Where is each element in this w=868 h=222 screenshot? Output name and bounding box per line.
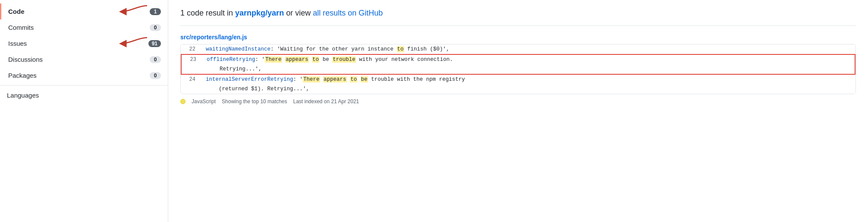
result-count-text: 1 code result in — [180, 9, 235, 17]
indexed-label: Last indexed on 21 Apr 2021 — [293, 98, 359, 105]
sidebar-item-discussions-badge: 0 — [150, 56, 161, 63]
showing-label: Showing the top 10 matches — [222, 98, 287, 105]
code-line-24: 24 internalServerErrorRetrying: 'There a… — [181, 75, 855, 84]
all-results-link[interactable]: all results on GitHub — [313, 9, 383, 17]
sidebar-footer: Languages — [0, 85, 168, 101]
sidebar-item-issues[interactable]: Issues 91 — [0, 35, 168, 51]
code-line-22: 22 waitingNamedInstance: 'Waiting for th… — [181, 44, 855, 54]
line-number-22: 22 — [181, 45, 201, 53]
code-line-23: 23 offlineRetrying: 'There appears to be… — [182, 55, 855, 64]
separator-text: or view — [284, 9, 313, 17]
language-label: JavaScript — [192, 98, 216, 105]
sidebar-item-commits[interactable]: Commits 0 — [0, 19, 168, 35]
sidebar: Code 1 Commits 0 Issues 91 — [0, 0, 168, 222]
line-code-23: offlineRetrying: 'There appears to be tr… — [201, 56, 855, 63]
sidebar-item-packages-label: Packages — [8, 72, 150, 79]
line-number-24: 24 — [181, 76, 201, 83]
sidebar-item-commits-label: Commits — [8, 24, 150, 31]
sidebar-item-code[interactable]: Code 1 — [0, 3, 168, 19]
js-language-dot — [180, 99, 186, 104]
highlighted-block: 23 offlineRetrying: 'There appears to be… — [181, 54, 855, 75]
code-line-24b: (returned $1). Retrying...', — [181, 84, 855, 94]
sidebar-item-packages[interactable]: Packages 0 — [0, 67, 168, 83]
file-path-link[interactable]: src/reporters/lang/en.js — [180, 34, 856, 41]
sidebar-item-commits-badge: 0 — [150, 24, 161, 31]
line-code-23b: Retrying...', — [201, 65, 855, 73]
line-code-24b: (returned $1). Retrying...', — [201, 85, 855, 93]
line-number-24b — [181, 85, 201, 87]
code-line-23b: Retrying...', — [182, 64, 855, 74]
repo-link[interactable]: yarnpkg/yarn — [235, 9, 284, 17]
arrow-issues-icon — [117, 36, 151, 51]
arrow-code-icon — [117, 4, 151, 19]
line-code-22: waitingNamedInstance: 'Waiting for the o… — [201, 45, 855, 53]
sidebar-item-discussions-label: Discussions — [8, 56, 150, 63]
header-divider — [180, 25, 856, 26]
main-content: 1 code result in yarnpkg/yarn or view al… — [168, 0, 868, 222]
sidebar-item-discussions[interactable]: Discussions 0 — [0, 51, 168, 67]
result-header: 1 code result in yarnpkg/yarn or view al… — [180, 9, 856, 18]
code-meta: JavaScript Showing the top 10 matches La… — [180, 98, 856, 105]
code-block: 22 waitingNamedInstance: 'Waiting for th… — [180, 44, 856, 94]
line-code-24: internalServerErrorRetrying: 'There appe… — [201, 76, 855, 83]
line-number-23b — [182, 65, 201, 67]
sidebar-item-packages-badge: 0 — [150, 72, 161, 79]
line-number-23: 23 — [182, 56, 201, 63]
